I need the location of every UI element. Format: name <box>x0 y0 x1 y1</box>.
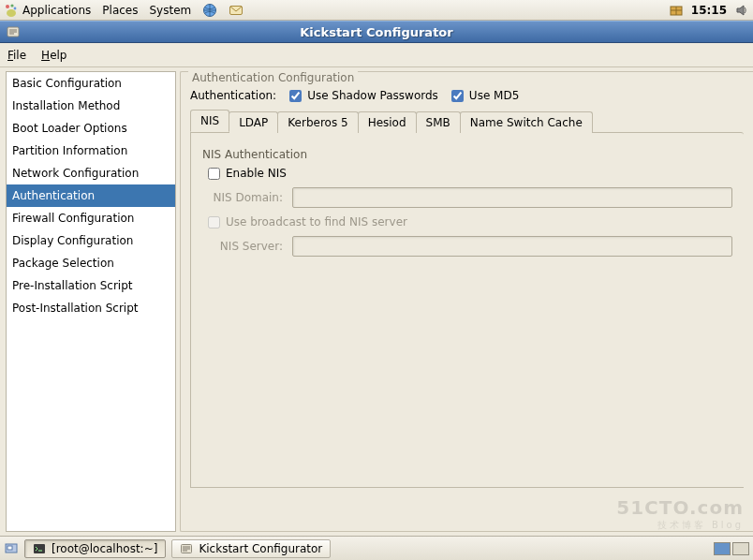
sidebar[interactable]: Basic Configuration Installation Method … <box>6 71 176 532</box>
panel-places-label: Places <box>102 4 138 17</box>
task-kickstart[interactable]: Kickstart Configurator <box>171 539 331 558</box>
globe-launcher-icon[interactable] <box>202 3 217 18</box>
tab-ldap[interactable]: LDAP <box>229 111 278 133</box>
bottom-panel: [root@localhost:~] Kickstart Configurato… <box>0 536 753 560</box>
sidebar-item-label: Authentication <box>12 189 95 202</box>
checkbox-enable-nis-input[interactable] <box>208 168 220 180</box>
svg-point-3 <box>7 9 16 17</box>
checkbox-md5[interactable]: Use MD5 <box>451 89 519 102</box>
tab-nis[interactable]: NIS <box>190 110 229 132</box>
panel-applications[interactable]: Applications <box>4 3 91 18</box>
update-box-icon[interactable] <box>669 3 684 18</box>
checkbox-enable-nis[interactable]: Enable NIS <box>208 167 732 180</box>
svg-rect-10 <box>34 544 45 553</box>
menu-file-rest: ile <box>13 49 26 62</box>
svg-point-0 <box>6 5 9 8</box>
window-title-bar[interactable]: Kickstart Configurator <box>0 21 753 43</box>
checkbox-md5-input[interactable] <box>451 90 464 102</box>
nis-server-input[interactable] <box>292 236 732 257</box>
sidebar-item-label: Pre-Installation Script <box>12 279 133 292</box>
sidebar-item-label: Partition Information <box>12 144 127 157</box>
show-desktop-icon[interactable] <box>4 541 19 556</box>
sidebar-item-install[interactable]: Installation Method <box>7 95 175 117</box>
sidebar-item-network[interactable]: Network Configuration <box>7 162 175 184</box>
svg-point-1 <box>10 4 13 7</box>
checkbox-md5-label: Use MD5 <box>469 89 519 102</box>
tab-label: Kerberos 5 <box>288 116 347 129</box>
sidebar-item-label: Firewall Configuration <box>12 212 134 225</box>
tab-label: LDAP <box>239 116 268 129</box>
panel-clock[interactable]: 15:15 <box>691 4 727 17</box>
tab-row: NIS LDAP Kerberos 5 Hesiod SMB Name Swit… <box>190 110 744 132</box>
nis-server-label: NIS Server: <box>202 240 283 253</box>
menubar: File Help <box>0 43 753 67</box>
menu-help[interactable]: Help <box>41 49 66 62</box>
sidebar-item-label: Basic Configuration <box>12 77 122 90</box>
task-terminal-label: [root@localhost:~] <box>52 542 157 555</box>
sidebar-item-basic[interactable]: Basic Configuration <box>7 72 175 95</box>
tab-nscd[interactable]: Name Switch Cache <box>460 111 593 133</box>
menu-file[interactable]: File <box>7 49 26 62</box>
top-panel: Applications Places System 15:15 <box>0 0 753 21</box>
sidebar-item-bootloader[interactable]: Boot Loader Options <box>7 117 175 140</box>
checkbox-enable-nis-label: Enable NIS <box>226 167 287 180</box>
sidebar-item-display[interactable]: Display Configuration <box>7 229 175 252</box>
checkbox-shadow[interactable]: Use Shadow Passwords <box>289 89 438 102</box>
panel-system-label: System <box>149 4 191 17</box>
sidebar-item-label: Display Configuration <box>12 234 133 247</box>
workspace-1[interactable] <box>714 542 731 555</box>
nis-fieldset-legend: NIS Authentication <box>202 148 732 161</box>
tab-label: SMB <box>426 116 450 129</box>
tab-label: Hesiod <box>368 116 406 129</box>
checkbox-broadcast[interactable]: Use broadcast to find NIS server <box>208 215 732 228</box>
main-body: Basic Configuration Installation Method … <box>0 67 753 536</box>
task-terminal[interactable]: [root@localhost:~] <box>24 539 166 558</box>
sidebar-item-firewall[interactable]: Firewall Configuration <box>7 207 175 229</box>
terminal-icon <box>33 542 46 555</box>
sidebar-item-label: Installation Method <box>12 99 120 112</box>
workspace-2[interactable] <box>732 542 749 555</box>
app-icon <box>6 24 21 39</box>
window-title: Kickstart Configurator <box>300 25 452 39</box>
panel-applications-label: Applications <box>22 4 91 17</box>
tab-kerberos[interactable]: Kerberos 5 <box>277 111 358 133</box>
tab-body-nis: NIS Authentication Enable NIS NIS Domain… <box>190 132 744 488</box>
gnome-foot-icon <box>4 3 19 18</box>
checkbox-broadcast-label: Use broadcast to find NIS server <box>226 215 407 228</box>
sidebar-item-label: Post-Installation Script <box>12 302 139 315</box>
tab-hesiod[interactable]: Hesiod <box>358 111 417 133</box>
checkbox-broadcast-input[interactable] <box>208 216 220 228</box>
sidebar-item-authentication[interactable]: Authentication <box>7 184 175 207</box>
sidebar-item-pre-script[interactable]: Pre-Installation Script <box>7 274 175 297</box>
row-nis-server: NIS Server: <box>202 236 732 257</box>
task-kickstart-label: Kickstart Configurator <box>199 542 322 555</box>
sidebar-item-label: Network Configuration <box>12 167 139 180</box>
checkbox-shadow-label: Use Shadow Passwords <box>307 89 438 102</box>
nis-domain-input[interactable] <box>292 187 732 208</box>
tab-smb[interactable]: SMB <box>416 111 461 133</box>
volume-icon[interactable] <box>734 3 749 18</box>
sidebar-item-partition[interactable]: Partition Information <box>7 140 175 162</box>
panel-system[interactable]: System <box>149 4 191 17</box>
tab-label: NIS <box>200 114 219 127</box>
menu-help-rest: elp <box>50 49 66 62</box>
auth-tabs: NIS LDAP Kerberos 5 Hesiod SMB Name Swit… <box>190 110 744 488</box>
auth-row: Authentication: Use Shadow Passwords Use… <box>190 89 744 102</box>
auth-group-legend: Authentication Configuration <box>188 71 358 84</box>
panel-places[interactable]: Places <box>102 4 138 17</box>
nis-domain-label: NIS Domain: <box>202 191 283 204</box>
tab-label: Name Switch Cache <box>470 116 583 129</box>
checkbox-shadow-input[interactable] <box>289 90 302 102</box>
sidebar-item-post-script[interactable]: Post-Installation Script <box>7 297 175 319</box>
workspace-switcher[interactable] <box>714 542 749 555</box>
auth-groupbox: Authentication Configuration Authenticat… <box>180 71 753 532</box>
nis-fieldset: NIS Authentication Enable NIS NIS Domain… <box>202 142 732 257</box>
sidebar-item-label: Package Selection <box>12 257 114 270</box>
svg-point-2 <box>14 7 17 9</box>
row-nis-domain: NIS Domain: <box>202 187 732 208</box>
auth-label: Authentication: <box>190 89 276 102</box>
email-launcher-icon[interactable] <box>229 3 244 18</box>
svg-rect-9 <box>7 546 12 550</box>
sidebar-item-packages[interactable]: Package Selection <box>7 252 175 274</box>
kickstart-app-icon <box>180 542 193 555</box>
